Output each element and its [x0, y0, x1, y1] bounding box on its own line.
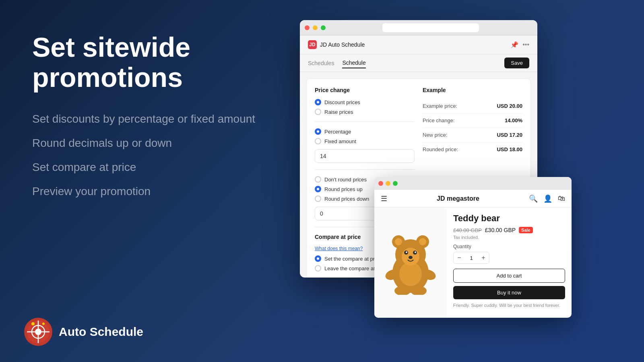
product-image-area: [374, 208, 447, 318]
store-minimize[interactable]: [386, 181, 390, 186]
radio-pct-checked: [315, 128, 321, 135]
radio-discount-checked: [315, 99, 321, 105]
example-label-2: New price:: [423, 132, 447, 138]
radio-raise-unchecked: [315, 109, 321, 115]
hamburger-icon[interactable]: ☰: [381, 194, 387, 203]
more-icon[interactable]: •••: [522, 41, 529, 48]
radio-leave-compare-circle: [315, 265, 321, 272]
feature-item-1: Round decimals up or down: [32, 137, 306, 150]
feature-item-0: Set discounts by percentage or fixed amo…: [32, 113, 306, 125]
example-row-3: Rounded price: USD 18.00: [423, 142, 522, 156]
store-close[interactable]: [378, 181, 383, 186]
raise-prices-label: Raise prices: [324, 109, 353, 115]
example-label-0: Example price:: [423, 103, 457, 109]
minimize-button[interactable]: [313, 25, 318, 30]
buy-now-button[interactable]: Buy it now: [453, 286, 565, 299]
store-window: ☰ JD megastore 🔍 👤 🛍: [374, 177, 572, 318]
app-logo: JD JD Auto Schedule: [308, 40, 365, 49]
svg-point-18: [406, 251, 407, 253]
example-row-0: Example price: USD 20.00: [423, 99, 522, 113]
discount-prices-label: Discount prices: [324, 99, 360, 105]
example-title: Example: [423, 87, 522, 93]
example-row-2: New price: USD 17.20: [423, 128, 522, 142]
store-header: ☰ JD megastore 🔍 👤 🛍: [374, 190, 572, 208]
store-titlebar: [374, 177, 572, 190]
discount-radio-group: Discount prices Raise prices: [315, 99, 415, 115]
feature-list: Set discounts by percentage or fixed amo…: [32, 113, 306, 198]
radio-fixed-unchecked: [315, 138, 321, 144]
close-button[interactable]: [305, 25, 310, 30]
price-row: £40.00 GBP £30.00 GBP Sale: [453, 227, 565, 233]
radio-raise-prices[interactable]: Raise prices: [315, 109, 415, 115]
pin-icon[interactable]: 📌: [510, 41, 518, 49]
sale-badge: Sale: [519, 227, 533, 233]
example-value-3: USD 18.00: [497, 146, 522, 152]
window-url-bar: [329, 23, 533, 32]
main-title: Set sitewide promotions: [32, 32, 306, 93]
tab-schedule[interactable]: Schedule: [342, 58, 365, 68]
search-icon[interactable]: 🔍: [529, 194, 538, 203]
tab-schedules[interactable]: Schedules: [308, 58, 334, 68]
maximize-button[interactable]: [321, 25, 326, 30]
radio-dont-round-circle: [315, 176, 321, 183]
quantity-value: 1: [465, 255, 478, 261]
logo-icon: [24, 318, 52, 346]
cart-icon[interactable]: 🛍: [558, 194, 565, 203]
original-price: £40.00 GBP: [453, 227, 482, 233]
logo-area: Auto Schedule: [24, 318, 143, 346]
example-value-2: USD 17.20: [497, 132, 522, 138]
example-row-1: Price change: 14.00%: [423, 113, 522, 128]
add-to-cart-button[interactable]: Add to cart: [453, 269, 565, 283]
url-input[interactable]: [382, 23, 479, 32]
radio-fixed-amount[interactable]: Fixed amount: [315, 138, 415, 144]
app-icon: JD: [308, 40, 317, 49]
store-body: Teddy bear £40.00 GBP £30.00 GBP Sale Ta…: [374, 208, 572, 318]
value-input[interactable]: [315, 149, 415, 163]
logo-text: Auto Schedule: [59, 325, 143, 339]
new-price: £30.00 GBP: [485, 227, 516, 233]
quantity-label: Quantity: [453, 244, 565, 249]
svg-point-14: [419, 238, 426, 245]
divider-2: [315, 169, 415, 170]
product-name: Teddy bear: [453, 213, 565, 224]
svg-point-13: [395, 238, 402, 245]
example-panel: Example price: USD 20.00 Price change: 1…: [423, 99, 522, 156]
example-value-1: 14.00%: [505, 117, 522, 123]
svg-point-20: [409, 256, 413, 259]
svg-point-19: [415, 251, 416, 253]
radio-round-down-circle: [315, 195, 321, 202]
quantity-decrease[interactable]: −: [454, 252, 465, 263]
percentage-label: Percentage: [324, 129, 351, 135]
app-name: JD Auto Schedule: [320, 41, 365, 48]
save-button[interactable]: Save: [504, 58, 529, 68]
window-header: JD JD Auto Schedule 📌 •••: [300, 35, 537, 54]
left-panel: Set sitewide promotions Set discounts by…: [32, 32, 306, 198]
radio-discount-prices[interactable]: Discount prices: [315, 99, 415, 105]
feature-item-2: Set compare at price: [32, 161, 306, 174]
product-description: Friendly. Super cuddly. Will be your bes…: [453, 302, 565, 309]
divider-1: [315, 121, 415, 122]
feature-item-3: Preview your promotion: [32, 185, 306, 198]
example-label-3: Rounded price:: [423, 146, 458, 152]
svg-point-25: [399, 262, 422, 286]
quantity-control: − 1 +: [453, 252, 489, 264]
type-radio-group: Percentage Fixed amount: [315, 128, 415, 144]
header-actions: 📌 •••: [510, 41, 529, 49]
svg-point-7: [42, 323, 45, 325]
nav-tabs: Schedules Schedule Save: [300, 54, 537, 72]
example-label-1: Price change:: [423, 117, 455, 123]
round-down-label: Round prices down: [324, 196, 369, 202]
window-titlebar: [300, 20, 537, 35]
store-maximize[interactable]: [393, 181, 398, 186]
product-details: Teddy bear £40.00 GBP £30.00 GBP Sale Ta…: [447, 208, 572, 318]
teddy-bear-image: [380, 230, 441, 295]
account-icon[interactable]: 👤: [543, 194, 552, 203]
radio-round-up-circle: [315, 186, 321, 192]
price-change-title: Price change: [315, 87, 415, 93]
example-value-0: USD 20.00: [497, 103, 522, 109]
radio-percentage[interactable]: Percentage: [315, 128, 415, 135]
fixed-amount-label: Fixed amount: [324, 138, 356, 144]
quantity-increase[interactable]: +: [478, 252, 489, 263]
radio-set-compare-circle: [315, 255, 321, 262]
round-up-label: Round prices up: [324, 186, 363, 192]
